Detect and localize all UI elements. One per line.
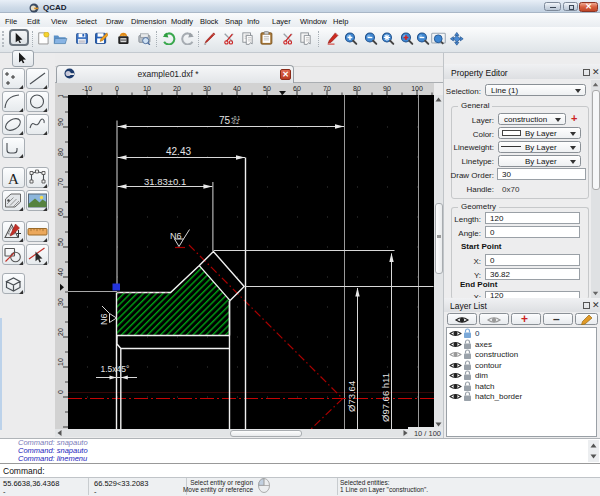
svg-text:31.83±0.1: 31.83±0.1 bbox=[144, 176, 186, 187]
svg-text:70: 70 bbox=[57, 178, 64, 186]
svg-text:30: 30 bbox=[57, 298, 64, 306]
svg-text:N6: N6 bbox=[99, 313, 109, 325]
svg-text:80: 80 bbox=[57, 148, 64, 156]
svg-text:60: 60 bbox=[57, 208, 64, 216]
svg-text:-10: -10 bbox=[82, 85, 92, 92]
svg-text:50: 50 bbox=[263, 85, 271, 92]
svg-text:1.5x45°: 1.5x45° bbox=[101, 364, 130, 374]
svg-text:0: 0 bbox=[115, 85, 119, 92]
svg-text:50: 50 bbox=[57, 238, 64, 246]
svg-text:42.43: 42.43 bbox=[166, 146, 191, 157]
svg-text:10: 10 bbox=[143, 85, 151, 92]
svg-text:40: 40 bbox=[57, 268, 64, 276]
svg-text:100: 100 bbox=[57, 95, 64, 98]
svg-text:90: 90 bbox=[57, 118, 64, 126]
svg-text:Ø97.66 h11: Ø97.66 h11 bbox=[380, 373, 391, 422]
svg-text:Ø73.64: Ø73.64 bbox=[346, 381, 357, 412]
svg-text:20: 20 bbox=[57, 328, 64, 336]
svg-text:-0.2: -0.2 bbox=[231, 120, 239, 125]
svg-text:75: 75 bbox=[219, 115, 231, 126]
svg-text:100: 100 bbox=[411, 85, 423, 92]
svg-text:40: 40 bbox=[233, 85, 241, 92]
svg-text:90: 90 bbox=[383, 85, 391, 92]
svg-text:30: 30 bbox=[203, 85, 211, 92]
svg-text:80: 80 bbox=[353, 85, 361, 92]
svg-text:60: 60 bbox=[293, 85, 301, 92]
svg-text:70: 70 bbox=[323, 85, 331, 92]
svg-text:20: 20 bbox=[173, 85, 181, 92]
svg-text:A: A bbox=[8, 171, 19, 187]
svg-text:10: 10 bbox=[57, 358, 64, 366]
svg-text:0: 0 bbox=[57, 390, 64, 394]
